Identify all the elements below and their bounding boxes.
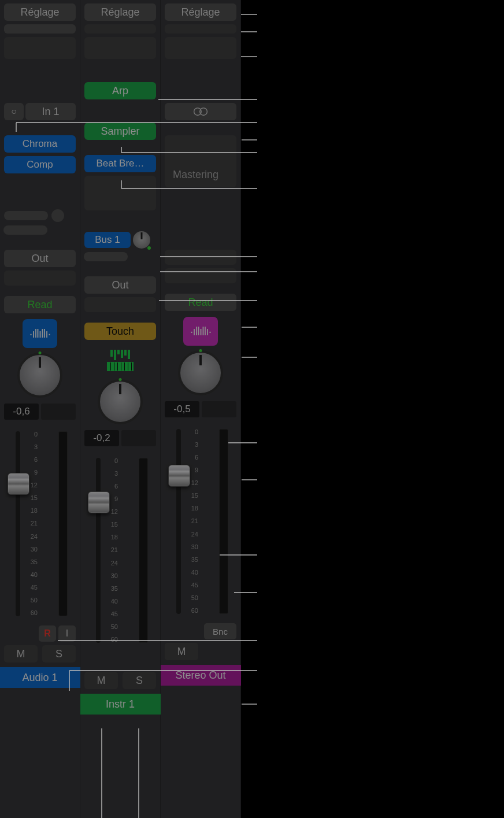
peak-display[interactable] [41, 404, 76, 420]
automation-mode-button[interactable]: Read [4, 296, 76, 313]
mute-button[interactable]: M [84, 672, 118, 689]
track-icon[interactable]: ·ıllıllı· [183, 317, 218, 346]
track-name[interactable]: Instr 1 [80, 694, 161, 715]
group-slot[interactable] [4, 271, 76, 286]
pan-knob[interactable] [17, 353, 62, 398]
track-icon[interactable] [103, 346, 138, 375]
channel-strip-stereo-out: Réglage Mastering Read ·ıllıllı· [161, 0, 241, 818]
track-icon[interactable]: ·ıllıllı· [23, 319, 57, 348]
gain-slot[interactable] [84, 24, 156, 34]
eq-slot[interactable] [165, 37, 236, 59]
output-slot[interactable]: Out [4, 250, 76, 267]
audio-fx-area[interactable]: Mastering [165, 135, 236, 187]
balance-knob[interactable] [178, 350, 223, 395]
fader-meter-area: 036 91215 182124 303540 455060 [165, 429, 236, 620]
audio-fx-slot-1[interactable]: Chroma [4, 135, 76, 153]
fader-track [176, 429, 181, 614]
audio-fx-slot-2[interactable]: Comp [4, 156, 76, 173]
peak-display[interactable] [202, 401, 236, 417]
audio-fx-slot-1[interactable]: Beat Bre… [84, 155, 156, 172]
mute-button[interactable]: M [4, 645, 38, 662]
channel-strip-audio-1: Réglage ○ In 1 Chroma Comp Out Read ·ıll [0, 0, 80, 818]
bounce-button[interactable]: Bnc [204, 623, 236, 639]
instrument-slot[interactable]: Sampler [84, 123, 156, 140]
automation-mode-button[interactable]: Touch [84, 323, 156, 340]
channel-strip-instr-1: Réglage Arp Sampler Beat Bre… Bus 1 Out … [80, 0, 161, 818]
eq-slot[interactable] [84, 37, 156, 59]
settings-button[interactable]: Réglage [4, 3, 76, 21]
peak-display[interactable] [121, 430, 156, 446]
waveform-icon: ·ıllıllı· [29, 327, 51, 340]
track-name[interactable]: Stereo Out [161, 665, 241, 686]
fader-track [16, 431, 20, 616]
level-meter [139, 458, 148, 643]
gain-slot[interactable] [165, 24, 236, 34]
input-slot[interactable]: In 1 [25, 103, 76, 120]
input-monitor-button[interactable]: I [58, 625, 76, 642]
volume-db-display[interactable]: -0,6 [4, 404, 39, 420]
fader-meter-area: 036 91215 182124 303540 455060 [4, 431, 76, 622]
mixer: Réglage ○ In 1 Chroma Comp Out Read ·ıll [0, 0, 241, 818]
db-scale: 036 91215 182124 303540 455060 [183, 429, 198, 614]
group-slot[interactable] [84, 297, 156, 312]
audio-fx-slot-empty[interactable] [84, 176, 156, 210]
solo-button[interactable]: S [123, 672, 156, 689]
send-level-knob[interactable] [133, 231, 150, 249]
instrument-icon [107, 350, 134, 371]
output-slot[interactable] [165, 250, 236, 265]
level-meter [219, 429, 228, 614]
record-enable-button[interactable]: R [39, 625, 56, 642]
settings-button[interactable]: Réglage [165, 3, 236, 21]
stereo-mode-button[interactable] [165, 103, 236, 120]
pan-knob[interactable] [98, 379, 143, 424]
send-slot-empty-2[interactable] [3, 225, 47, 235]
volume-db-display[interactable]: -0,2 [84, 430, 119, 446]
mute-button[interactable]: M [165, 643, 198, 660]
fader-meter-area: 036 91215 182124 303540 455060 [84, 458, 156, 649]
solo-button[interactable]: S [42, 645, 76, 662]
waveform-icon: ·ıllıllı· [190, 325, 212, 338]
send-slot-empty[interactable] [4, 211, 48, 220]
midi-fx-slot[interactable]: Arp [84, 82, 156, 99]
send-knob-empty[interactable] [51, 209, 64, 222]
track-name[interactable]: Audio 1 [0, 667, 80, 688]
group-slot[interactable] [165, 268, 236, 283]
fader-track [96, 458, 101, 643]
volume-db-display[interactable]: -0,5 [165, 401, 199, 417]
level-meter [58, 431, 68, 616]
automation-mode-button[interactable]: Read [165, 294, 236, 311]
direct-monitor-button[interactable]: ○ [4, 103, 24, 120]
settings-button[interactable]: Réglage [84, 3, 156, 21]
send-slot-empty-2[interactable] [84, 252, 128, 261]
db-scale: 036 91215 182124 303540 455060 [23, 431, 38, 616]
output-slot[interactable]: Out [84, 276, 156, 294]
mastering-label: Mastering [169, 166, 218, 187]
gain-slot[interactable] [4, 24, 76, 34]
stereo-rings-icon [190, 106, 212, 117]
send-slot[interactable]: Bus 1 [84, 232, 131, 248]
db-scale: 036 91215 182124 303540 455060 [103, 458, 118, 643]
eq-slot[interactable] [4, 37, 76, 59]
